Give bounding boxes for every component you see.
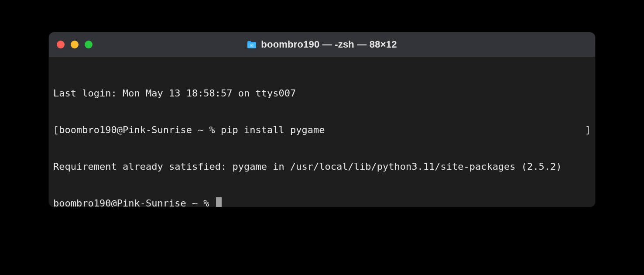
terminal-line: Last login: Mon May 13 18:58:57 on ttys0…	[53, 87, 591, 100]
close-button[interactable]	[57, 41, 65, 48]
svg-point-1	[250, 44, 253, 47]
terminal-line: boombro190@Pink-Sunrise ~ %	[53, 197, 591, 207]
zoom-button[interactable]	[85, 41, 92, 48]
terminal-line: Requirement already satisfied: pygame in…	[53, 161, 591, 173]
prompt-line: [boombro190@Pink-Sunrise ~ % pip install…	[53, 124, 325, 136]
terminal-window: boombro190 — -zsh — 88×12 Last login: Mo…	[49, 32, 595, 207]
terminal-line: [boombro190@Pink-Sunrise ~ % pip install…	[53, 124, 591, 136]
traffic-lights	[57, 41, 92, 48]
svg-rect-0	[247, 43, 256, 48]
window-title: boombro190 — -zsh — 88×12	[261, 39, 397, 50]
title-center: boombro190 — -zsh — 88×12	[49, 39, 595, 50]
svg-point-2	[251, 45, 253, 46]
cursor	[216, 197, 222, 207]
prompt: boombro190@Pink-Sunrise ~ %	[53, 198, 215, 207]
line-end-bracket: ]	[585, 124, 591, 136]
minimize-button[interactable]	[71, 41, 79, 48]
titlebar: boombro190 — -zsh — 88×12	[49, 32, 595, 57]
terminal-body[interactable]: Last login: Mon May 13 18:58:57 on ttys0…	[49, 57, 595, 207]
folder-icon	[247, 41, 257, 48]
